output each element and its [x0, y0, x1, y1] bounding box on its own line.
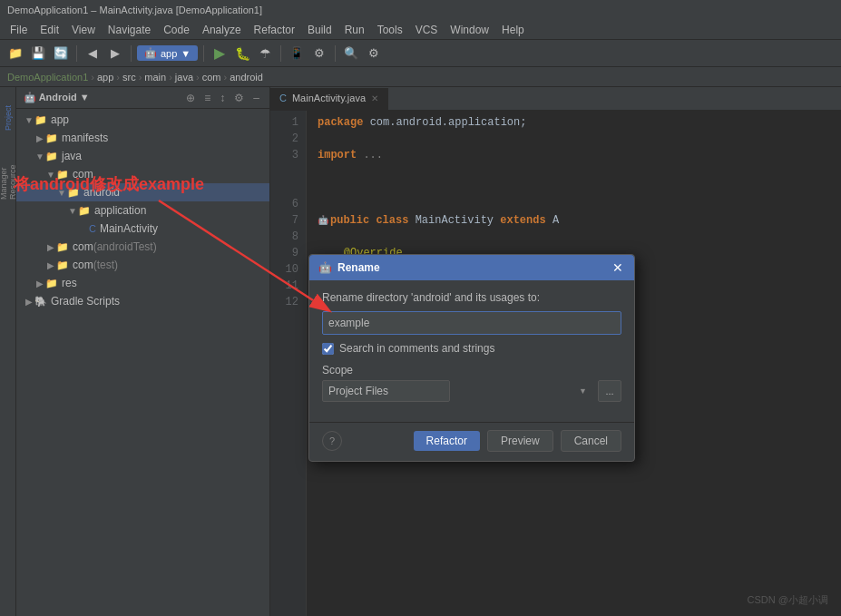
menu-refactor[interactable]: Refactor	[248, 22, 301, 38]
coverage-btn[interactable]: ☂	[255, 44, 275, 64]
breadcrumb-java[interactable]: java	[175, 72, 193, 83]
tree-label-test: (test)	[93, 259, 118, 271]
breadcrumb-com[interactable]: com	[202, 72, 221, 83]
panel-icon-sort[interactable]: ↕	[217, 91, 228, 105]
tree-arrow-application: ▼	[67, 206, 78, 216]
tree-item-res[interactable]: ▶ 📁 res	[16, 274, 269, 292]
project-panel-header: 🤖 Android ▼ ⊕ ≡ ↕ ⚙ –	[16, 87, 269, 109]
toolbar-back-btn[interactable]: ◀	[83, 44, 103, 64]
tree-item-android[interactable]: ▼ 📁 android	[16, 183, 269, 201]
breadcrumb-main[interactable]: main	[144, 72, 166, 83]
menu-window[interactable]: Window	[444, 22, 495, 38]
tree-item-com[interactable]: ▼ 📁 com	[16, 165, 269, 183]
tree-folder-icon-com-androidtest: 📁	[56, 241, 69, 253]
tree-item-com-androidtest[interactable]: ▶ 📁 com (androidTest)	[16, 238, 269, 256]
rename-input[interactable]	[322, 311, 621, 335]
settings-btn[interactable]: ⚙	[364, 44, 384, 64]
tree-label-manifests: manifests	[62, 132, 108, 144]
project-tree: ▼ 📁 app ▶ 📁 manifests ▼ 📁 java ▼	[16, 109, 269, 616]
tree-java-icon-mainactivity: C	[89, 223, 96, 234]
tree-folder-icon-app: 📁	[34, 114, 47, 126]
tree-item-manifests[interactable]: ▶ 📁 manifests	[16, 129, 269, 147]
menu-analyze[interactable]: Analyze	[196, 22, 248, 38]
menu-file[interactable]: File	[4, 22, 34, 38]
search-btn[interactable]: 🔍	[341, 44, 361, 64]
scope-dropdown-wrapper: Project Files Project Production Files P…	[322, 380, 592, 402]
search-comments-label: Search in comments and strings	[339, 342, 494, 355]
tree-item-app[interactable]: ▼ 📁 app	[16, 111, 269, 129]
tree-arrow-gradle: ▶	[24, 297, 34, 307]
menu-tools[interactable]: Tools	[371, 22, 409, 38]
dialog-close-btn[interactable]: ✕	[611, 260, 625, 275]
tree-item-application[interactable]: ▼ 📁 application	[16, 201, 269, 220]
toolbar-save-btn[interactable]: 💾	[28, 44, 48, 64]
toolbar-forward-btn[interactable]: ▶	[105, 44, 125, 64]
run-btn[interactable]: ▶	[210, 44, 230, 64]
tree-item-java[interactable]: ▼ 📁 java	[16, 147, 269, 165]
dialog-scope-section: Scope Project Files Project Production F…	[322, 364, 621, 402]
menu-edit[interactable]: Edit	[34, 22, 65, 38]
debug-btn[interactable]: 🐛	[232, 44, 252, 64]
dialog-help-btn[interactable]: ?	[322, 431, 342, 451]
menu-vcs[interactable]: VCS	[409, 22, 445, 38]
code-line-1: package com.android.application;	[318, 114, 830, 131]
tree-arrow-com-test: ▶	[45, 260, 56, 270]
tree-folder-icon-com: 📁	[56, 169, 69, 181]
breadcrumb-app[interactable]: app	[97, 72, 113, 83]
tree-arrow-com: ▼	[45, 170, 56, 180]
breadcrumb-demo[interactable]: DemoApplication1	[7, 72, 88, 83]
menu-run[interactable]: Run	[338, 22, 371, 38]
tab-java-icon: C	[279, 93, 287, 103]
toolbar-open-btn[interactable]: 📁	[5, 44, 25, 64]
toolbar-refresh-btn[interactable]: 🔄	[51, 44, 71, 64]
tree-label-application: application	[94, 204, 146, 217]
cancel-btn[interactable]: Cancel	[561, 430, 621, 452]
tree-arrow-android: ▼	[56, 188, 67, 198]
panel-icon-gear[interactable]: ⊕	[183, 91, 198, 105]
tree-label-com-androidtest: com	[73, 240, 93, 253]
sdk-btn[interactable]: ⚙	[309, 44, 329, 64]
menu-help[interactable]: Help	[495, 22, 531, 38]
menu-navigate[interactable]: Navigate	[102, 22, 157, 38]
tree-label-android: android	[83, 186, 120, 199]
run-config-dropdown[interactable]: 🤖 app ▼	[137, 45, 198, 61]
breadcrumb-android[interactable]: android	[230, 72, 263, 83]
refactor-btn[interactable]: Refactor	[414, 431, 480, 451]
title-bar-title: DemoApplication1 – MainActivity.java [De…	[7, 5, 262, 15]
editor-tab-mainactivity[interactable]: C MainActivity.java ✕	[270, 88, 388, 110]
project-panel-title: 🤖 Android ▼	[24, 92, 180, 103]
line-numbers: 1 2 3 6 7 8 9 10 11 12	[270, 111, 307, 616]
scope-label: Scope	[322, 364, 621, 376]
tree-arrow-com-androidtest: ▶	[45, 242, 56, 252]
panel-icon-close[interactable]: –	[250, 91, 262, 105]
tree-folder-icon-java: 📁	[45, 151, 58, 162]
code-line-empty3	[318, 196, 830, 212]
tree-item-com-test[interactable]: ▶ 📁 com (test)	[16, 256, 269, 274]
tree-arrow-app: ▼	[24, 115, 34, 125]
scope-select[interactable]: Project Files Project Production Files P…	[322, 380, 450, 402]
menu-bar: File Edit View Navigate Code Analyze Ref…	[0, 20, 841, 40]
scope-row: Project Files Project Production Files P…	[322, 380, 621, 402]
preview-btn[interactable]: Preview	[487, 430, 553, 452]
side-tabs-left: Project Resource Manager	[0, 87, 16, 616]
tree-item-mainactivity[interactable]: C MainActivity	[16, 220, 269, 238]
dialog-actions: ? Refactor Preview Cancel	[309, 422, 634, 461]
side-tab-project[interactable]: Project	[1, 91, 15, 145]
panel-icon-layout[interactable]: ≡	[201, 91, 213, 105]
rename-dialog: 🤖 Rename ✕ Rename directory 'android' an…	[308, 254, 635, 462]
tree-item-gradle[interactable]: ▶ 🐘 Gradle Scripts	[16, 292, 269, 310]
scope-more-btn[interactable]: ...	[598, 380, 621, 402]
panel-icon-settings[interactable]: ⚙	[231, 91, 247, 105]
menu-build[interactable]: Build	[301, 22, 338, 38]
breadcrumb-src[interactable]: src	[122, 72, 136, 83]
tree-label-app: app	[51, 113, 69, 126]
tree-folder-icon-manifests: 📁	[45, 132, 58, 144]
menu-view[interactable]: View	[65, 22, 102, 38]
menu-code[interactable]: Code	[157, 22, 196, 38]
search-comments-checkbox[interactable]	[322, 343, 334, 355]
side-tab-resource[interactable]: Resource Manager	[1, 147, 15, 201]
toolbar-sep3	[203, 45, 204, 62]
tab-close-btn[interactable]: ✕	[371, 93, 378, 103]
dialog-prompt: Rename directory 'android' and its usage…	[322, 291, 621, 304]
avd-btn[interactable]: 📱	[287, 44, 307, 64]
